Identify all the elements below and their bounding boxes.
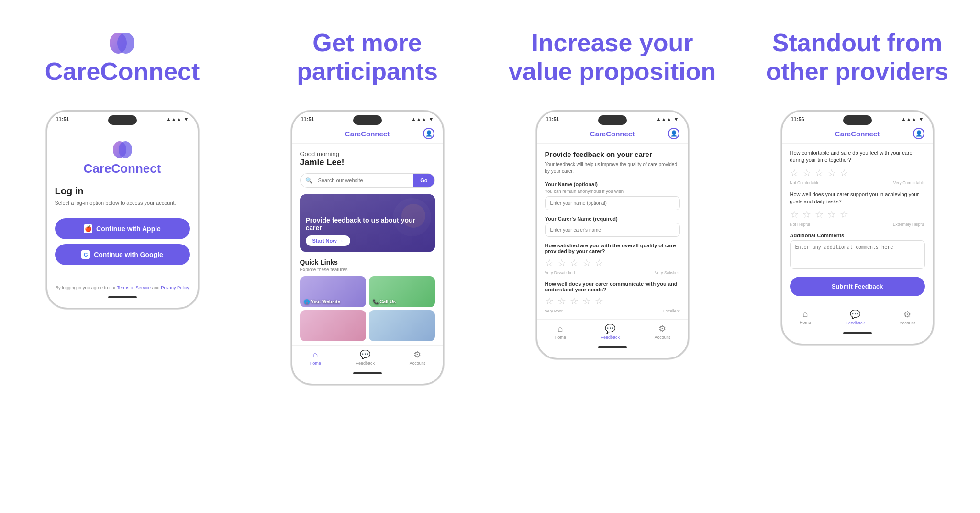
carer-field-label: Your Carer's Name (required) <box>545 216 680 222</box>
satisfaction-label: How satisfied are you with the overall q… <box>545 243 680 254</box>
q2-star-4[interactable]: ☆ <box>827 209 836 220</box>
profile-icon-rating[interactable]: 👤 <box>913 128 924 139</box>
quick-link-3[interactable] <box>300 310 366 341</box>
comm-star-3[interactable]: ☆ <box>570 295 579 307</box>
login-subtitle: Select a log-in option below to access y… <box>55 200 190 207</box>
bottom-nav-rating: ⌂ Home 💬 Feedback ⚙ Account <box>782 305 933 327</box>
login-screen-content: CareConnect Log in Select a log-in optio… <box>47 138 198 291</box>
feedback-form-subtitle: Your feedback will help us improve the q… <box>545 161 680 175</box>
signal-icon-feedback: ▲▲▲ <box>656 116 672 122</box>
apple-login-button[interactable]: 🍎 Continue with Apple <box>55 218 190 239</box>
additional-comments-input[interactable] <box>790 240 925 269</box>
feedback-nav-label-f: Feedback <box>601 335 620 340</box>
submit-feedback-button[interactable]: Submit Feedback <box>790 277 925 296</box>
quick-link-website[interactable]: 🌐 Visit Website <box>300 276 366 307</box>
column-login: CareConnect 11:51 ▲▲▲ ▼ <box>0 0 245 513</box>
home-nav-label: Home <box>310 361 321 366</box>
apple-icon: 🍎 <box>84 224 92 233</box>
feedback-header: CareConnect 👤 <box>537 124 688 144</box>
star-4[interactable]: ☆ <box>582 257 591 268</box>
nav-account[interactable]: ⚙ Account <box>410 349 425 366</box>
nav-home-rating[interactable]: ⌂ Home <box>800 309 811 325</box>
q2-star-3[interactable]: ☆ <box>815 209 824 220</box>
q2-star-2[interactable]: ☆ <box>802 209 811 220</box>
feedback-form-content: Provide feedback on your carer Your feed… <box>537 150 688 313</box>
nav-account-rating[interactable]: ⚙ Account <box>900 309 915 325</box>
status-time-home: 11:51 <box>301 116 314 122</box>
column4-heading: Standout from other providers <box>745 19 970 96</box>
quick-links-subtitle: Explore these features <box>300 267 435 272</box>
q1-low: Not Comfortable <box>790 180 820 185</box>
comm-star-1[interactable]: ☆ <box>545 295 554 307</box>
banner-overlay: Provide feedback to us about your carer … <box>300 194 435 252</box>
wifi-icon-feedback: ▼ <box>674 116 679 122</box>
quick-link-call[interactable]: 📞 Call Us <box>369 276 435 307</box>
q2-labels: Not Helpful Extremely Helpful <box>790 222 925 227</box>
start-now-label: Start Now → <box>312 238 344 244</box>
q1-high: Very Comfortable <box>893 180 925 185</box>
satisfaction-high: Very Satisfied <box>655 270 680 275</box>
q1-star-1[interactable]: ☆ <box>790 167 799 178</box>
nav-home-feedback[interactable]: ⌂ Home <box>555 324 566 340</box>
star-5[interactable]: ☆ <box>595 257 603 268</box>
column-feedback-form: Increase your value proposition 11:51 ▲▲… <box>490 0 735 513</box>
account-nav-icon-r: ⚙ <box>903 309 911 320</box>
nav-feedback[interactable]: 💬 Feedback <box>356 349 375 366</box>
banner-text: Provide feedback to us about your carer <box>306 216 429 232</box>
profile-icon-feedback[interactable]: 👤 <box>668 128 679 139</box>
bottom-nav-home: ⌂ Home 💬 Feedback ⚙ Account <box>292 345 443 368</box>
column-home: Get more participants 11:51 ▲▲▲ ▼ CareCo… <box>245 0 490 513</box>
q1-star-5[interactable]: ☆ <box>840 167 848 178</box>
q1-stars: ☆ ☆ ☆ ☆ ☆ <box>790 167 925 178</box>
account-nav-label-f: Account <box>655 335 670 340</box>
q2-star-5[interactable]: ☆ <box>840 209 848 220</box>
nav-feedback-rating-active[interactable]: 💬 Feedback <box>846 309 865 325</box>
communication-labels: Very Poor Excellent <box>545 309 680 313</box>
terms-link[interactable]: Terms of Service <box>117 285 151 290</box>
q1-star-4[interactable]: ☆ <box>827 167 836 178</box>
apple-btn-label: Continue with Apple <box>96 225 161 233</box>
star-3[interactable]: ☆ <box>570 257 579 268</box>
signal-icon-rating: ▲▲▲ <box>901 116 917 122</box>
satisfaction-low: Very Dissatisfied <box>545 270 575 275</box>
notch-home <box>353 115 382 125</box>
start-now-button[interactable]: Start Now → <box>306 235 350 246</box>
comm-star-5[interactable]: ☆ <box>595 295 603 307</box>
feedback-nav-label: Feedback <box>356 361 375 366</box>
nav-feedback-active[interactable]: 💬 Feedback <box>601 323 620 340</box>
google-btn-label: Continue with Google <box>94 251 163 258</box>
q2-text: How well does your carer support you in … <box>790 191 925 206</box>
terms-text: By logging in you agree to our Terms of … <box>55 284 190 291</box>
name-input[interactable] <box>545 196 680 210</box>
q2-star-1[interactable]: ☆ <box>790 209 799 220</box>
q1-star-3[interactable]: ☆ <box>815 167 824 178</box>
privacy-link[interactable]: Privacy Policy <box>161 285 189 290</box>
nav-home[interactable]: ⌂ Home <box>310 350 321 366</box>
home-nav-icon-f: ⌂ <box>557 324 563 334</box>
greeting-text: Good morning <box>300 150 435 157</box>
star-2[interactable]: ☆ <box>557 257 566 268</box>
home-app-name: CareConnect <box>345 130 390 138</box>
banner-card: Provide feedback to us about your carer … <box>300 194 435 252</box>
google-login-button[interactable]: G Continue with Google <box>55 244 190 265</box>
q2-stars: ☆ ☆ ☆ ☆ ☆ <box>790 209 925 220</box>
carer-input[interactable] <box>545 223 680 237</box>
comm-star-2[interactable]: ☆ <box>557 295 566 307</box>
comm-star-4[interactable]: ☆ <box>582 295 591 307</box>
star-1[interactable]: ☆ <box>545 257 554 268</box>
nav-account-feedback[interactable]: ⚙ Account <box>655 323 670 340</box>
profile-icon[interactable]: 👤 <box>423 128 434 139</box>
name-field-label: Your Name (optional) <box>545 181 680 187</box>
search-input[interactable] <box>312 174 414 187</box>
search-bar[interactable]: 🔍 Go <box>300 173 435 188</box>
search-go-button[interactable]: Go <box>413 174 434 187</box>
svg-point-1 <box>117 33 134 54</box>
wifi-icon: ▼ <box>184 116 189 122</box>
q1-star-2[interactable]: ☆ <box>802 167 811 178</box>
q1-labels: Not Comfortable Very Comfortable <box>790 180 925 185</box>
home-indicator-4 <box>843 332 872 334</box>
feedback-app-name: CareConnect <box>590 130 635 138</box>
quick-link-4[interactable] <box>369 310 435 341</box>
search-icon: 🔍 <box>301 177 312 184</box>
visit-website-label: 🌐 Visit Website <box>304 299 341 304</box>
